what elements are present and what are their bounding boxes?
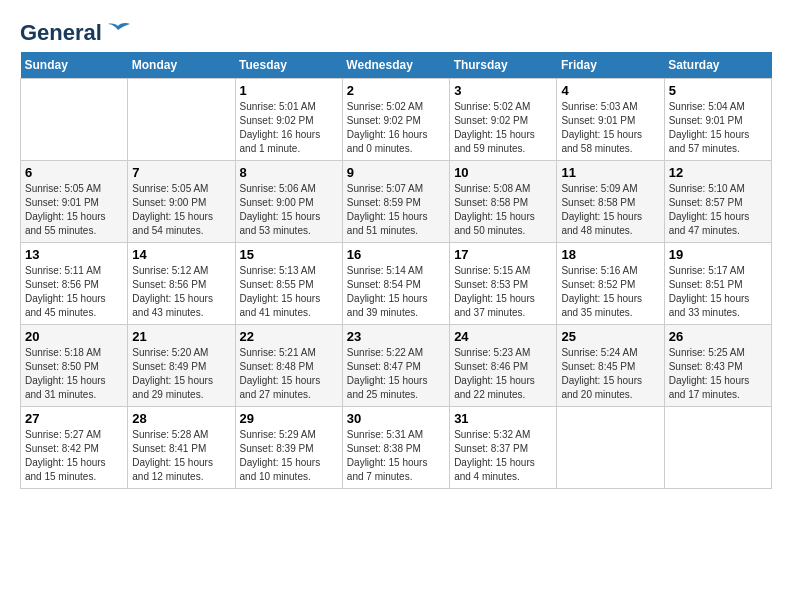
calendar-week-row: 27Sunrise: 5:27 AMSunset: 8:42 PMDayligh… xyxy=(21,407,772,489)
weekday-header-thursday: Thursday xyxy=(450,52,557,79)
logo-bird-icon xyxy=(104,22,132,44)
calendar-cell: 18Sunrise: 5:16 AMSunset: 8:52 PMDayligh… xyxy=(557,243,664,325)
daylight-text: Daylight: 15 hours and 58 minutes. xyxy=(561,128,659,156)
day-info: Sunrise: 5:06 AMSunset: 9:00 PMDaylight:… xyxy=(240,182,338,238)
day-number: 15 xyxy=(240,247,338,262)
daylight-text: Daylight: 15 hours and 22 minutes. xyxy=(454,374,552,402)
day-number: 4 xyxy=(561,83,659,98)
sunrise-text: Sunrise: 5:27 AM xyxy=(25,428,123,442)
day-number: 16 xyxy=(347,247,445,262)
day-info: Sunrise: 5:25 AMSunset: 8:43 PMDaylight:… xyxy=(669,346,767,402)
day-info: Sunrise: 5:20 AMSunset: 8:49 PMDaylight:… xyxy=(132,346,230,402)
day-number: 20 xyxy=(25,329,123,344)
day-info: Sunrise: 5:11 AMSunset: 8:56 PMDaylight:… xyxy=(25,264,123,320)
sunrise-text: Sunrise: 5:10 AM xyxy=(669,182,767,196)
sunrise-text: Sunrise: 5:12 AM xyxy=(132,264,230,278)
day-info: Sunrise: 5:10 AMSunset: 8:57 PMDaylight:… xyxy=(669,182,767,238)
day-info: Sunrise: 5:12 AMSunset: 8:56 PMDaylight:… xyxy=(132,264,230,320)
daylight-text: Daylight: 15 hours and 15 minutes. xyxy=(25,456,123,484)
day-number: 29 xyxy=(240,411,338,426)
sunrise-text: Sunrise: 5:18 AM xyxy=(25,346,123,360)
calendar-header-row: SundayMondayTuesdayWednesdayThursdayFrid… xyxy=(21,52,772,79)
day-number: 17 xyxy=(454,247,552,262)
daylight-text: Daylight: 15 hours and 47 minutes. xyxy=(669,210,767,238)
day-number: 25 xyxy=(561,329,659,344)
sunset-text: Sunset: 9:01 PM xyxy=(561,114,659,128)
calendar-cell: 8Sunrise: 5:06 AMSunset: 9:00 PMDaylight… xyxy=(235,161,342,243)
calendar-cell: 27Sunrise: 5:27 AMSunset: 8:42 PMDayligh… xyxy=(21,407,128,489)
sunset-text: Sunset: 9:02 PM xyxy=(240,114,338,128)
sunrise-text: Sunrise: 5:07 AM xyxy=(347,182,445,196)
sunset-text: Sunset: 8:59 PM xyxy=(347,196,445,210)
day-number: 11 xyxy=(561,165,659,180)
daylight-text: Daylight: 15 hours and 54 minutes. xyxy=(132,210,230,238)
sunset-text: Sunset: 8:41 PM xyxy=(132,442,230,456)
day-info: Sunrise: 5:08 AMSunset: 8:58 PMDaylight:… xyxy=(454,182,552,238)
daylight-text: Daylight: 15 hours and 31 minutes. xyxy=(25,374,123,402)
sunrise-text: Sunrise: 5:17 AM xyxy=(669,264,767,278)
sunset-text: Sunset: 8:43 PM xyxy=(669,360,767,374)
day-info: Sunrise: 5:18 AMSunset: 8:50 PMDaylight:… xyxy=(25,346,123,402)
calendar-cell: 25Sunrise: 5:24 AMSunset: 8:45 PMDayligh… xyxy=(557,325,664,407)
sunset-text: Sunset: 8:37 PM xyxy=(454,442,552,456)
daylight-text: Daylight: 15 hours and 12 minutes. xyxy=(132,456,230,484)
daylight-text: Daylight: 15 hours and 29 minutes. xyxy=(132,374,230,402)
calendar-cell: 30Sunrise: 5:31 AMSunset: 8:38 PMDayligh… xyxy=(342,407,449,489)
day-number: 27 xyxy=(25,411,123,426)
day-number: 10 xyxy=(454,165,552,180)
daylight-text: Daylight: 15 hours and 39 minutes. xyxy=(347,292,445,320)
day-info: Sunrise: 5:27 AMSunset: 8:42 PMDaylight:… xyxy=(25,428,123,484)
day-info: Sunrise: 5:02 AMSunset: 9:02 PMDaylight:… xyxy=(347,100,445,156)
weekday-header-friday: Friday xyxy=(557,52,664,79)
sunrise-text: Sunrise: 5:05 AM xyxy=(132,182,230,196)
day-info: Sunrise: 5:07 AMSunset: 8:59 PMDaylight:… xyxy=(347,182,445,238)
sunset-text: Sunset: 9:00 PM xyxy=(132,196,230,210)
calendar-cell: 29Sunrise: 5:29 AMSunset: 8:39 PMDayligh… xyxy=(235,407,342,489)
sunrise-text: Sunrise: 5:29 AM xyxy=(240,428,338,442)
sunset-text: Sunset: 8:38 PM xyxy=(347,442,445,456)
daylight-text: Daylight: 15 hours and 35 minutes. xyxy=(561,292,659,320)
day-info: Sunrise: 5:14 AMSunset: 8:54 PMDaylight:… xyxy=(347,264,445,320)
daylight-text: Daylight: 15 hours and 59 minutes. xyxy=(454,128,552,156)
calendar-cell: 19Sunrise: 5:17 AMSunset: 8:51 PMDayligh… xyxy=(664,243,771,325)
daylight-text: Daylight: 15 hours and 53 minutes. xyxy=(240,210,338,238)
daylight-text: Daylight: 15 hours and 20 minutes. xyxy=(561,374,659,402)
sunrise-text: Sunrise: 5:09 AM xyxy=(561,182,659,196)
day-number: 3 xyxy=(454,83,552,98)
day-number: 8 xyxy=(240,165,338,180)
day-number: 9 xyxy=(347,165,445,180)
weekday-header-saturday: Saturday xyxy=(664,52,771,79)
daylight-text: Daylight: 15 hours and 10 minutes. xyxy=(240,456,338,484)
sunrise-text: Sunrise: 5:14 AM xyxy=(347,264,445,278)
calendar-cell: 1Sunrise: 5:01 AMSunset: 9:02 PMDaylight… xyxy=(235,79,342,161)
sunrise-text: Sunrise: 5:08 AM xyxy=(454,182,552,196)
sunset-text: Sunset: 8:56 PM xyxy=(132,278,230,292)
day-number: 5 xyxy=(669,83,767,98)
day-number: 31 xyxy=(454,411,552,426)
daylight-text: Daylight: 15 hours and 33 minutes. xyxy=(669,292,767,320)
daylight-text: Daylight: 15 hours and 27 minutes. xyxy=(240,374,338,402)
daylight-text: Daylight: 16 hours and 1 minute. xyxy=(240,128,338,156)
calendar-cell: 21Sunrise: 5:20 AMSunset: 8:49 PMDayligh… xyxy=(128,325,235,407)
sunrise-text: Sunrise: 5:25 AM xyxy=(669,346,767,360)
calendar-cell: 4Sunrise: 5:03 AMSunset: 9:01 PMDaylight… xyxy=(557,79,664,161)
sunset-text: Sunset: 8:50 PM xyxy=(25,360,123,374)
daylight-text: Daylight: 15 hours and 57 minutes. xyxy=(669,128,767,156)
calendar-cell xyxy=(664,407,771,489)
calendar-cell: 5Sunrise: 5:04 AMSunset: 9:01 PMDaylight… xyxy=(664,79,771,161)
calendar-cell: 3Sunrise: 5:02 AMSunset: 9:02 PMDaylight… xyxy=(450,79,557,161)
sunrise-text: Sunrise: 5:15 AM xyxy=(454,264,552,278)
day-number: 18 xyxy=(561,247,659,262)
day-number: 21 xyxy=(132,329,230,344)
page-header: General xyxy=(20,20,772,42)
calendar-table: SundayMondayTuesdayWednesdayThursdayFrid… xyxy=(20,52,772,489)
day-info: Sunrise: 5:17 AMSunset: 8:51 PMDaylight:… xyxy=(669,264,767,320)
day-number: 23 xyxy=(347,329,445,344)
calendar-cell: 28Sunrise: 5:28 AMSunset: 8:41 PMDayligh… xyxy=(128,407,235,489)
daylight-text: Daylight: 15 hours and 48 minutes. xyxy=(561,210,659,238)
day-info: Sunrise: 5:05 AMSunset: 9:00 PMDaylight:… xyxy=(132,182,230,238)
calendar-cell: 10Sunrise: 5:08 AMSunset: 8:58 PMDayligh… xyxy=(450,161,557,243)
sunrise-text: Sunrise: 5:20 AM xyxy=(132,346,230,360)
calendar-week-row: 1Sunrise: 5:01 AMSunset: 9:02 PMDaylight… xyxy=(21,79,772,161)
day-info: Sunrise: 5:22 AMSunset: 8:47 PMDaylight:… xyxy=(347,346,445,402)
